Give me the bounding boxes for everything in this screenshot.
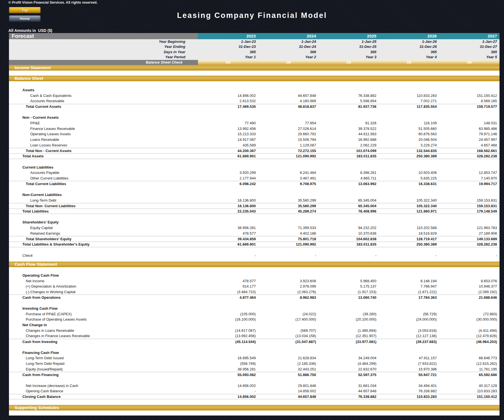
value-cell: 435.589 [198,143,258,147]
row-label: Opening Cash Balance [9,389,198,393]
meta-row-values: Year 1Year 2Year 3Year 4Year 5 [198,55,500,60]
value-cell: 47.911.157 [379,356,439,360]
row-item: Long-Term Debt16.136.80035.580.29965.345… [9,197,500,203]
value-cell: 15.506.794 [258,137,318,142]
value-cell: 159.153.831 [439,198,500,202]
value-cell: 7.140.970 [439,176,500,180]
meta-row: Year PeriodYear 1Year 2Year 3Year 4Year … [9,55,500,60]
value-cell: (39.237.683) [379,340,439,344]
section-bar-label: Cash Flow Statement [15,262,57,267]
value-cell: 110.833.283 [379,395,439,399]
value-cell: 3.229.274 [379,143,439,147]
value-cell: 3.467.491 [258,176,318,180]
value-cell: 149.133.689 [439,237,500,241]
row-label: Shareholders' Equity [9,220,198,224]
value-cell: 121.660.971 [379,209,439,213]
value-cell: (45.114.544) [198,340,258,344]
value-cell: 61.669.901 [198,154,258,158]
value-cell: 52.597.375 [319,373,379,377]
value-cell: 6.241.484 [258,171,318,175]
value-cell: 18.516.829 [379,231,439,235]
value-cell: (105.000) [198,312,258,316]
value-cell: 13.063.992 [319,182,379,186]
value-cell: 48.818.837 [258,104,318,109]
row-item: PP&E77.49077.95491.326116.109148.031 [9,120,500,126]
value-cell: 65.345.004 [319,198,379,202]
value-cell: 17.784.363 [379,295,439,300]
value-cell: (13.992.456) [198,334,258,338]
value-cell: 10.503.406 [379,171,439,175]
check-row: Check----- [9,253,500,258]
value-cell: 7.002.271 [379,99,439,103]
value-cell: 14.856.002 [198,395,258,399]
value-cell: 55.093.082 [198,373,258,377]
row-item1: Net Increase (decrease) in Cash14.856.00… [9,383,500,388]
row-label: Equity (Issued/Repaid) [9,367,198,371]
page-title: Leasing Company Financial Model [0,11,504,20]
value-cell: 101.074.099 [319,149,379,153]
row-header: Financing Cash Flow [9,350,500,355]
value-cell: 15.970.386 [379,367,439,371]
meta-row: Year Beginning1-Jan-231-Jan-241-Jan-251-… [9,39,500,44]
row-label: Long-Term Debt Issued [9,356,198,360]
value-cell: (3.053.816) [379,328,439,333]
row-label: Purchase of Operating Leases Assets [9,317,198,321]
row-header: Shareholders' Equity [9,220,500,225]
section-bar-label: Supporting Schedules [15,405,59,410]
value-cell: (31.047.887) [258,340,318,344]
value-cell: (2.089.192) [439,290,500,294]
value-cell: 27.026.614 [258,127,318,131]
row-label: Purchase of PP&E (CAPEX) [9,312,198,316]
row-total: Total Current Assets17.469.53548.818.837… [9,104,500,109]
value-cell: (1.871.222) [379,290,439,294]
value-cell: 10.370.636 [319,231,379,235]
spacer-row [9,214,500,220]
row-label: Loan Losses Reserves [9,143,198,147]
value-cell: (17.400.000) [258,317,318,321]
value-cell: 8.398.281 [319,171,379,175]
value-cell: 39.378.522 [319,127,379,131]
value-cell: 29.660.792 [258,132,318,136]
value-cell: 77.954 [258,121,318,125]
value-cell: 110.833.283 [439,389,500,393]
value-cell: 14.856.002 [258,389,318,393]
row-label: Other Current Liabilities [9,176,198,180]
value-cell: 77.490 [198,121,258,125]
value-cell: (4.411.494) [439,328,500,333]
row-header: Investing Cash Flow [9,306,500,311]
meta-cell: 31-Dec-25 [319,44,379,49]
row-label: Total Liabilities & Shareholder's Equity [9,242,198,246]
value-cell: 44.200.367 [198,149,258,153]
row-item1: Long-Term Debt Issued16.695.54921.628.83… [9,355,500,361]
value-cell: 81.937.736 [319,104,379,109]
row-header: Net Change in [9,322,500,328]
meta-cell: 1-Jan-26 [379,39,439,44]
meta-cell: 31-Dec-24 [258,44,318,49]
row-label: Changes in Loans Receivable [9,328,198,333]
row-label: Cash & Cash Equivalents [9,94,198,98]
section-balance-sheet: Balance Sheet [9,76,500,81]
meta-row-label: Days in Year [9,50,198,55]
spreadsheet-page: © Profit Vision Financial Services. All … [0,0,504,420]
forecast-header-row: Forecast 20232024202520262027 [9,33,500,39]
row-label: Total Non - Current Assets [9,149,198,153]
value-cell: 24.457.997 [439,137,500,142]
value-cell: 5.968.450 [319,279,379,283]
value-cell: 38.956.281 [198,226,258,230]
value-cell: 116.109 [379,121,439,125]
year-column-header: 2024 [258,33,318,39]
meta-cell: 1-Jan-23 [198,39,258,44]
balance-sheet-check-row: Balance Sheet Check OkOkOkOkOk [9,60,500,65]
meta-cell: 31-Dec-26 [379,44,439,49]
value-cell: (13.034.158) [258,334,318,338]
year-header-cells: 20232024202520262027 [198,33,500,39]
value-cell: 34.249.004 [319,356,379,360]
value-cell: 105.322.340 [379,198,439,202]
value-cell: 183.011.835 [319,242,379,246]
value-cell: (2.185.336) [258,361,318,366]
spacer-row [9,300,500,306]
meta-cell: 1-Jan-25 [319,39,379,44]
row-grand: Total Assets61.669.901121.090.992183.011… [9,153,500,159]
row-total: Total Non- Current Liabilities16.136.800… [9,203,500,209]
value-cell: 13.992.456 [198,127,258,131]
